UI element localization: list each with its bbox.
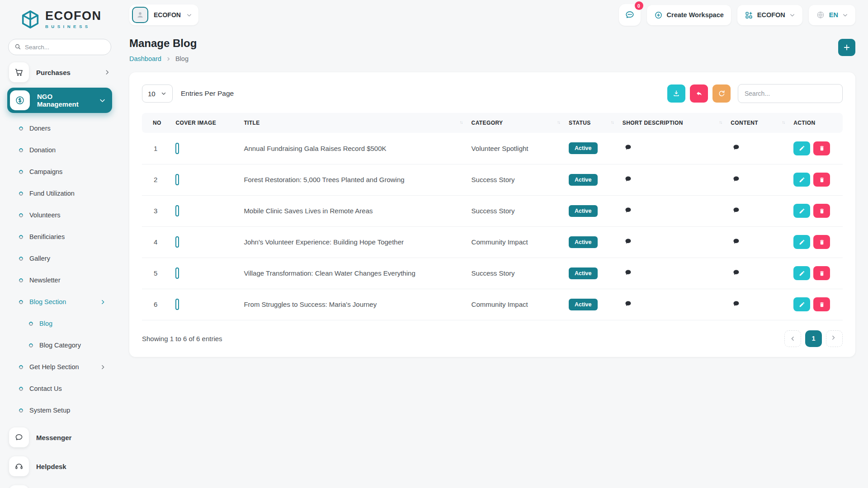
brand-name: ECOFON <box>45 10 102 22</box>
content-comment-icon[interactable] <box>731 238 740 245</box>
sort-icon[interactable]: ↑↓ <box>719 120 722 125</box>
sort-icon[interactable]: ↑↓ <box>611 120 613 125</box>
short-description-comment-icon[interactable] <box>623 238 632 245</box>
short-description-comment-icon[interactable] <box>623 300 632 308</box>
delete-button[interactable] <box>813 173 830 187</box>
cover-image-thumbnail[interactable] <box>175 205 179 216</box>
sidebar-item-newsletter[interactable]: Newsletter <box>7 269 112 291</box>
short-description-comment-icon[interactable] <box>623 269 632 277</box>
chat-button[interactable]: 0 <box>619 4 641 26</box>
sidebar-item-volunteers[interactable]: Volunteers <box>7 204 112 226</box>
sidebar-item-gallery[interactable]: Gallery <box>7 248 112 269</box>
sidebar-item-get-help-section[interactable]: Get Help Section <box>7 356 112 378</box>
short-description-comment-icon[interactable] <box>623 175 632 183</box>
refresh-button[interactable] <box>712 84 731 103</box>
chevron-down-icon <box>99 97 106 104</box>
delete-button[interactable] <box>813 266 830 280</box>
chat-badge: 0 <box>635 1 643 10</box>
search-icon <box>14 43 22 51</box>
blog-category: Volunteer Spotlight <box>467 133 564 164</box>
status-badge[interactable]: Active <box>569 205 598 217</box>
sort-icon[interactable]: ↑↓ <box>460 120 462 125</box>
content-comment-icon[interactable] <box>731 206 740 214</box>
pagination-page-1[interactable]: 1 <box>805 330 822 347</box>
sidebar-item-ngo-management[interactable]: NGO Management <box>7 88 112 113</box>
sidebar-item-system-setup[interactable]: System Setup <box>7 399 112 421</box>
bullet-icon <box>28 343 34 348</box>
edit-button[interactable] <box>793 297 810 311</box>
delete-button[interactable] <box>813 235 830 249</box>
sidebar-item-blog[interactable]: Blog <box>7 313 112 334</box>
logo-cube-icon <box>20 9 41 30</box>
sidebar-item-campaigns[interactable]: Campaigns <box>7 161 112 183</box>
status-badge[interactable]: Active <box>569 142 598 154</box>
edit-button[interactable] <box>793 204 810 218</box>
workspace-selector[interactable]: ECOFON <box>129 5 198 25</box>
edit-button[interactable] <box>793 141 810 155</box>
language-selector[interactable]: EN <box>809 5 855 25</box>
short-description-comment-icon[interactable] <box>623 206 632 214</box>
delete-button[interactable] <box>813 204 830 218</box>
short-description-comment-icon[interactable] <box>623 144 632 151</box>
sidebar-search-input[interactable] <box>8 39 111 55</box>
sidebar-item-benificiaries[interactable]: Benificiaries <box>7 226 112 248</box>
sidebar-item-blog-section[interactable]: Blog Section <box>7 291 112 313</box>
sidebar-item-purchases[interactable]: Purchases <box>7 60 112 85</box>
blog-category: Success Story <box>467 258 564 289</box>
content-comment-icon[interactable] <box>731 269 740 277</box>
bullet-icon <box>18 126 24 131</box>
delete-button[interactable] <box>813 297 830 311</box>
column-header-category[interactable]: CATEGORY↑↓ <box>467 113 564 133</box>
status-badge[interactable]: Active <box>569 299 598 310</box>
column-header-short-description[interactable]: SHORT DESCRIPTION↑↓ <box>618 113 726 133</box>
delete-button[interactable] <box>813 141 830 155</box>
breadcrumb-dashboard-link[interactable]: Dashboard <box>129 55 161 62</box>
sort-icon[interactable]: ↑↓ <box>557 120 560 125</box>
table-search <box>738 84 843 103</box>
sidebar-menu: Purchases NGO Management Doners Donation… <box>7 60 112 488</box>
sidebar-item-doners[interactable]: Doners <box>7 117 112 139</box>
content-comment-icon[interactable] <box>731 175 740 183</box>
pagination-prev-button[interactable] <box>784 330 801 347</box>
export-button[interactable] <box>667 84 685 103</box>
status-badge[interactable]: Active <box>569 236 598 248</box>
create-workspace-button[interactable]: Create Workspace <box>647 5 731 25</box>
edit-button[interactable] <box>793 235 810 249</box>
trash-icon <box>819 301 825 308</box>
status-badge[interactable]: Active <box>569 267 598 279</box>
sidebar-item-messenger[interactable]: Messenger <box>7 425 112 450</box>
sidebar-item-donation[interactable]: Donation <box>7 139 112 161</box>
edit-button[interactable] <box>793 173 810 187</box>
company-selector[interactable]: ECOFON <box>737 5 802 25</box>
column-header-content[interactable]: CONTENT↑↓ <box>726 113 789 133</box>
entries-per-page-select[interactable]: 10 <box>142 84 173 103</box>
cover-image-thumbnail[interactable] <box>175 143 179 154</box>
bullet-icon <box>18 277 24 283</box>
content-comment-icon[interactable] <box>731 144 740 151</box>
sidebar-item-settings[interactable]: Settings <box>7 483 112 488</box>
column-header-status[interactable]: STATUS↑↓ <box>564 113 618 133</box>
table-search-input[interactable] <box>738 84 843 103</box>
cover-image-thumbnail[interactable] <box>175 299 179 310</box>
status-badge[interactable]: Active <box>569 174 598 186</box>
column-header-title[interactable]: TITLE↑↓ <box>239 113 467 133</box>
content-comment-icon[interactable] <box>731 300 740 308</box>
sort-icon[interactable]: ↑↓ <box>782 120 784 125</box>
table-row: 3 Mobile Clinic Saves Lives in Remote Ar… <box>142 195 843 226</box>
sidebar-item-contact-us[interactable]: Contact Us <box>7 378 112 399</box>
sidebar-item-fund-utilization[interactable]: Fund Utilization <box>7 183 112 204</box>
pagination-next-button[interactable] <box>826 330 843 347</box>
cover-image-thumbnail[interactable] <box>175 236 179 248</box>
cover-image-thumbnail[interactable] <box>175 174 179 185</box>
breadcrumb-current: Blog <box>175 55 189 62</box>
sidebar-item-helpdesk[interactable]: Helpdesk <box>7 454 112 479</box>
add-blog-button[interactable] <box>838 39 855 56</box>
sidebar-item-blog-category[interactable]: Blog Category <box>7 334 112 356</box>
blog-title: Village Transformation: Clean Water Chan… <box>239 258 467 289</box>
row-number: 6 <box>142 289 171 320</box>
brand-logo: ECOFON BUSINESS <box>7 6 112 31</box>
edit-button[interactable] <box>793 266 810 280</box>
undo-button[interactable] <box>690 84 708 103</box>
cover-image-thumbnail[interactable] <box>175 267 179 279</box>
table-header-row: NO COVER IMAGE TITLE↑↓ CATEGORY↑↓ STATUS… <box>142 113 843 133</box>
